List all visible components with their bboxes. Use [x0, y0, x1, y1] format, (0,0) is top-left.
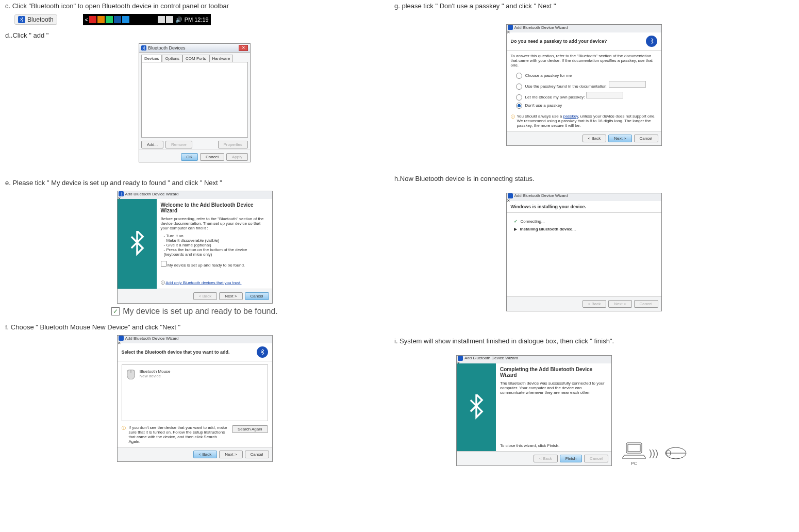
bluetooth-icon	[18, 16, 25, 23]
properties-button[interactable]: Properties	[218, 141, 248, 148]
wizard-complete-window: Add Bluetooth Device Wizard ✕ Completing…	[456, 355, 612, 466]
back-button[interactable]: < Back	[534, 455, 558, 462]
wizard-title: Add Bluetooth Device Wizard	[125, 336, 179, 341]
wizard-title: Add Bluetooth Device Wizard	[125, 192, 179, 196]
wizard-bullet: - Press the button on the bottom of the …	[164, 247, 268, 257]
device-name: Bluetooth Mouse	[140, 369, 171, 374]
search-again-button[interactable]: Search Again	[232, 425, 268, 433]
back-button[interactable]: < Back	[193, 451, 218, 458]
tray-icon	[122, 16, 129, 23]
check-icon: ✓	[514, 219, 518, 224]
close-button[interactable]: ✕	[239, 45, 248, 51]
device-status: New device	[140, 374, 171, 378]
radio-doc-passkey[interactable]	[516, 84, 522, 90]
bluetooth-icon	[141, 45, 146, 51]
wizard-tip: You should always use a passkey, unless …	[517, 114, 657, 128]
wizard-heading: Windows is installing your device.	[511, 204, 586, 209]
cancel-button[interactable]: Cancel	[634, 135, 658, 142]
radio-choose-passkey[interactable]	[516, 73, 522, 79]
device-ready-label-large: My device is set up and ready to be foun…	[123, 307, 278, 316]
radio-label: Choose a passkey for me	[525, 73, 572, 78]
devices-list	[141, 62, 248, 138]
wizard-passkey-window: Add Bluetooth Device Wizard ✕ Do you nee…	[506, 24, 662, 146]
back-button[interactable]: < Back	[582, 135, 607, 142]
wizard-heading: Select the Bluetooth device that you wan…	[122, 350, 230, 355]
wizard-select-device-window: Add Bluetooth Device Wizard ✕ Select the…	[117, 335, 273, 462]
status-line: Installing Bluetooth device...	[520, 227, 576, 231]
svg-rect-3	[119, 336, 124, 341]
pc-mouse-illustration: PC )))	[622, 441, 687, 466]
tab-hardware[interactable]: Hardware	[209, 55, 234, 62]
radio-label: Let me choose my own passkey:	[525, 95, 585, 99]
tray-icon	[158, 16, 165, 23]
mouse-icon	[661, 446, 687, 460]
bluetooth-icon-pill[interactable]: Bluetooth	[14, 14, 57, 25]
bluetooth-icon	[458, 356, 463, 361]
step-h-text: h.Now Bluetooth device is in connecting …	[394, 175, 773, 182]
device-ready-checkbox-large[interactable]: ✓	[111, 307, 120, 315]
cancel-button[interactable]: Cancel	[245, 451, 269, 458]
passkey-input[interactable]	[586, 92, 623, 98]
bluetooth-icon	[119, 336, 124, 341]
next-button[interactable]: Next >	[608, 300, 631, 308]
radio-label: Don't use a passkey	[525, 103, 562, 108]
passkey-link[interactable]: passkey	[563, 114, 578, 119]
bluetooth-badge-icon	[257, 346, 268, 358]
back-button[interactable]: < Back	[582, 300, 607, 308]
wizard-tip: If you don't see the device that you wan…	[129, 425, 229, 444]
play-icon: ▶	[514, 227, 517, 231]
cancel-button[interactable]: Cancel	[245, 292, 269, 300]
ok-button[interactable]: OK	[181, 153, 198, 161]
checkbox-label: My device is set up and ready to be foun…	[168, 263, 245, 268]
wizard-trust-link[interactable]: Add only Bluetooth devices that you trus…	[165, 280, 241, 285]
radio-own-passkey[interactable]	[516, 94, 522, 101]
finish-button[interactable]: Finish	[560, 455, 582, 462]
apply-button[interactable]: Apply	[226, 153, 248, 161]
step-d-text: d..Click " add "	[5, 31, 384, 39]
svg-rect-9	[628, 444, 640, 452]
wizard-text: The Bluetooth device was successfully co…	[500, 381, 607, 395]
wizard-heading: Completing the Add Bluetooth Device Wiza…	[500, 367, 607, 378]
wizard-text: Before proceeding, refer to the "Bluetoo…	[161, 217, 268, 230]
bluetooth-wizard-icon	[127, 231, 147, 257]
cancel-button[interactable]: Cancel	[200, 153, 224, 161]
tray-icon	[166, 16, 173, 23]
next-button[interactable]: Next >	[219, 292, 242, 300]
wizard-installing-window: Add Bluetooth Device Wizard ✕ Windows is…	[506, 193, 662, 311]
step-g-text: g. please tick " Don't use a passkey " a…	[394, 2, 773, 10]
tray-clock: PM 12:19	[185, 16, 209, 23]
wizard-title: Add Bluetooth Device Wizard	[464, 356, 518, 360]
tray-bluetooth-icon[interactable]	[114, 16, 121, 23]
cancel-button[interactable]: Cancel	[634, 300, 658, 308]
step-f-text: f. Choose " Bluetooth Mouse New Device" …	[5, 323, 384, 331]
bluetooth-wizard-icon	[466, 394, 487, 420]
tab-com-ports[interactable]: COM Ports	[182, 55, 209, 62]
device-ready-checkbox[interactable]	[161, 261, 167, 267]
passkey-input[interactable]	[609, 81, 646, 88]
wizard-title: Add Bluetooth Device Wizard	[514, 193, 568, 198]
radio-no-passkey[interactable]	[516, 103, 522, 109]
signal-icon: )))	[649, 448, 658, 459]
bluetooth-icon	[508, 25, 513, 30]
svg-rect-6	[508, 193, 513, 198]
svg-rect-5	[508, 25, 513, 30]
back-button[interactable]: < Back	[193, 292, 218, 300]
remove-button[interactable]: Remove	[165, 141, 192, 148]
svg-rect-7	[458, 356, 463, 361]
laptop-icon	[622, 441, 646, 459]
device-list-item[interactable]: Bluetooth Mouse New device	[125, 368, 264, 379]
wizard-heading: Do you need a passkey to add your device…	[511, 39, 607, 44]
tab-devices[interactable]: Devices	[141, 55, 162, 62]
wizard-title: Add Bluetooth Device Wizard	[514, 25, 568, 30]
radio-label: Use the passkey found in the documentati…	[525, 84, 608, 89]
wizard-welcome-window: Add Bluetooth Device Wizard ✕ Welcome to…	[117, 191, 273, 304]
step-i-text: i. System will show installment finished…	[394, 337, 773, 345]
bluetooth-icon	[508, 193, 513, 198]
tab-options[interactable]: Options	[162, 55, 182, 62]
cancel-button[interactable]: Cancel	[584, 455, 608, 462]
next-button[interactable]: Next >	[608, 135, 631, 142]
next-button[interactable]: Next >	[219, 451, 242, 458]
step-e-text: e. Please tick " My device is set up and…	[5, 179, 384, 187]
add-button[interactable]: Add...	[141, 141, 163, 148]
bluetooth-icon	[119, 191, 124, 196]
